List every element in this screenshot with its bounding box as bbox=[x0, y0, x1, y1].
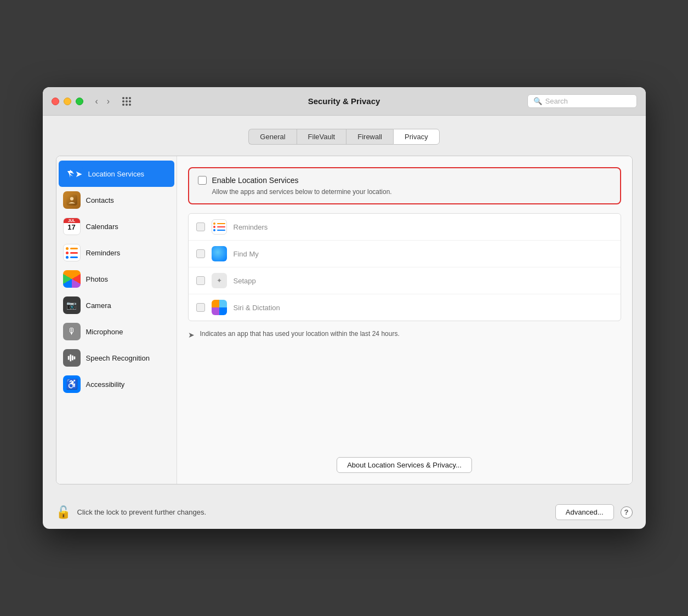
svg-rect-3 bbox=[67, 356, 69, 360]
content-area: General FileVault Firewall Privacy ➤ Loc… bbox=[43, 116, 646, 495]
apps-list: Reminders Find My ✦ Setapp bbox=[188, 213, 621, 321]
location-icon: ➤ bbox=[65, 165, 83, 182]
siri-checkbox[interactable] bbox=[196, 303, 205, 312]
app-name-setapp: Setapp bbox=[234, 277, 256, 285]
sidebar-label-camera: Camera bbox=[86, 301, 111, 310]
app-row-siri: Siri & Dictation bbox=[189, 294, 621, 321]
tab-privacy[interactable]: Privacy bbox=[393, 129, 440, 145]
grid-button[interactable] bbox=[117, 94, 136, 109]
enable-description: Allow the apps and services below to det… bbox=[212, 188, 611, 196]
setapp-app-icon: ✦ bbox=[212, 273, 227, 288]
app-row-setapp: ✦ Setapp bbox=[189, 267, 621, 294]
enable-location-box: Enable Location Services Allow the apps … bbox=[188, 167, 621, 204]
sidebar-label-speech-recognition: Speech Recognition bbox=[86, 354, 150, 362]
search-input[interactable] bbox=[545, 97, 631, 105]
help-button[interactable]: ? bbox=[621, 506, 633, 518]
traffic-lights bbox=[52, 98, 83, 105]
speech-icon bbox=[63, 349, 81, 367]
sidebar-item-speech-recognition[interactable]: Speech Recognition bbox=[56, 345, 177, 371]
contacts-icon bbox=[63, 191, 81, 209]
findmy-checkbox[interactable] bbox=[196, 249, 205, 258]
tabs: General FileVault Firewall Privacy bbox=[56, 129, 633, 145]
tab-general[interactable]: General bbox=[248, 129, 296, 145]
app-row-findmy: Find My bbox=[189, 241, 621, 267]
calendars-icon: JUL 17 bbox=[63, 218, 81, 235]
svg-rect-5 bbox=[72, 356, 73, 361]
microphone-icon: 🎙 bbox=[63, 323, 81, 340]
findmy-app-icon bbox=[212, 246, 227, 261]
sidebar-item-accessibility[interactable]: ♿ Accessibility bbox=[56, 371, 177, 397]
main-panel: ➤ Location Services Contacts JUL bbox=[56, 156, 633, 484]
sidebar-item-microphone[interactable]: 🎙 Microphone bbox=[56, 318, 177, 345]
search-icon: 🔍 bbox=[533, 97, 542, 105]
app-row-reminders: Reminders bbox=[189, 214, 621, 241]
forward-button[interactable]: › bbox=[104, 95, 113, 107]
sidebar-item-photos[interactable]: Photos bbox=[56, 266, 177, 292]
sidebar-item-camera[interactable]: 📷 Camera bbox=[56, 292, 177, 318]
sidebar-label-microphone: Microphone bbox=[86, 328, 123, 336]
sidebar-label-contacts: Contacts bbox=[86, 196, 114, 204]
lock-icon[interactable]: 🔓 bbox=[56, 505, 71, 520]
tab-firewall[interactable]: Firewall bbox=[346, 129, 393, 145]
minimize-button[interactable] bbox=[64, 98, 71, 105]
enable-title: Enable Location Services bbox=[212, 176, 299, 185]
app-name-siri: Siri & Dictation bbox=[234, 304, 280, 312]
back-button[interactable]: ‹ bbox=[92, 95, 101, 107]
advanced-button[interactable]: Advanced... bbox=[555, 504, 614, 520]
window-title: Security & Privacy bbox=[308, 96, 380, 106]
lock-text: Click the lock to prevent further change… bbox=[77, 508, 549, 516]
photos-icon bbox=[63, 270, 81, 288]
reminders-icon bbox=[63, 244, 81, 261]
sidebar-item-reminders[interactable]: Reminders bbox=[56, 239, 177, 266]
nav-buttons: ‹ › bbox=[92, 95, 113, 107]
enable-row: Enable Location Services bbox=[198, 176, 611, 185]
app-name-findmy: Find My bbox=[234, 250, 259, 258]
titlebar: ‹ › Security & Privacy 🔍 bbox=[43, 87, 646, 116]
about-location-button[interactable]: About Location Services & Privacy... bbox=[337, 457, 472, 473]
dots-grid-icon bbox=[121, 95, 133, 107]
svg-rect-4 bbox=[70, 355, 71, 362]
accessibility-icon: ♿ bbox=[63, 375, 81, 393]
camera-icon: 📷 bbox=[63, 296, 81, 314]
sidebar-label-accessibility: Accessibility bbox=[86, 380, 125, 389]
reminders-app-icon bbox=[212, 219, 227, 235]
right-panel: Enable Location Services Allow the apps … bbox=[177, 156, 632, 484]
setapp-checkbox[interactable] bbox=[196, 276, 205, 285]
maximize-button[interactable] bbox=[76, 98, 83, 105]
location-note-text: Indicates an app that has used your loca… bbox=[200, 330, 400, 338]
sidebar: ➤ Location Services Contacts JUL bbox=[56, 156, 177, 484]
search-bar[interactable]: 🔍 bbox=[527, 94, 637, 108]
close-button[interactable] bbox=[52, 98, 59, 105]
svg-point-2 bbox=[70, 197, 73, 200]
tab-filevault[interactable]: FileVault bbox=[297, 129, 346, 145]
sidebar-item-contacts[interactable]: Contacts bbox=[56, 187, 177, 213]
enable-checkbox[interactable] bbox=[198, 176, 207, 185]
location-note: ➤ Indicates an app that has used your lo… bbox=[188, 330, 621, 339]
sidebar-label-location-services: Location Services bbox=[88, 170, 145, 178]
reminders-checkbox[interactable] bbox=[196, 223, 205, 231]
svg-rect-6 bbox=[73, 356, 75, 359]
sidebar-label-photos: Photos bbox=[86, 275, 108, 283]
sidebar-item-location-services[interactable]: ➤ Location Services bbox=[59, 161, 174, 187]
sidebar-label-calendars: Calendars bbox=[86, 223, 118, 231]
siri-app-icon bbox=[212, 300, 227, 315]
sidebar-item-calendars[interactable]: JUL 17 Calendars bbox=[56, 213, 177, 239]
system-preferences-window: ‹ › Security & Privacy 🔍 General FileVau… bbox=[43, 87, 646, 529]
app-name-reminders: Reminders bbox=[234, 223, 268, 231]
location-arrow-icon: ➤ bbox=[188, 330, 195, 339]
bottom-bar: 🔓 Click the lock to prevent further chan… bbox=[43, 495, 646, 529]
sidebar-label-reminders: Reminders bbox=[86, 249, 121, 257]
